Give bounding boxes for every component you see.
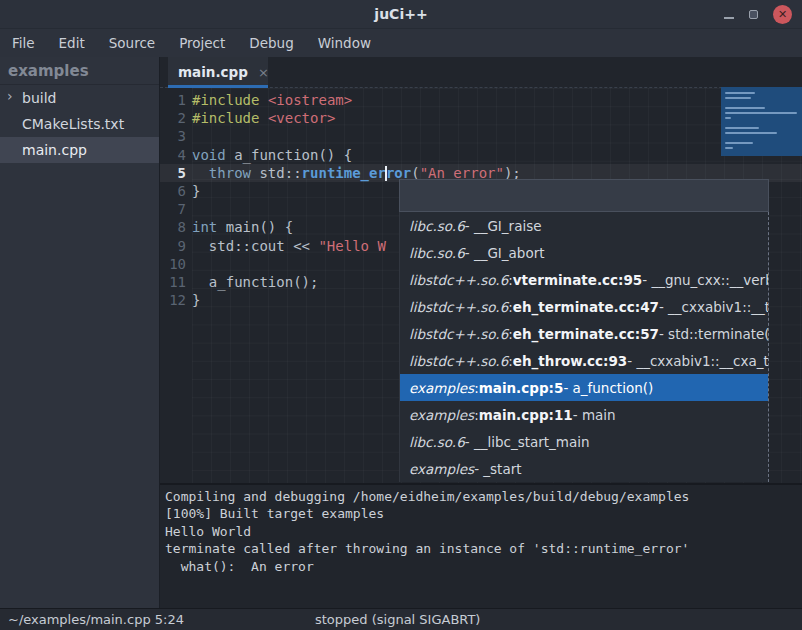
menu-item-edit[interactable]: Edit bbox=[59, 35, 85, 51]
frame-file-line: eh_terminate.cc:47 bbox=[513, 299, 659, 315]
close-icon[interactable]: ✕ bbox=[773, 5, 792, 24]
backtrace-row[interactable]: examples:main.cpp:11 - main bbox=[400, 401, 768, 428]
line-number: 3 bbox=[160, 127, 186, 145]
backtrace-search-input[interactable] bbox=[399, 179, 769, 212]
token-typ: runtime_er bbox=[302, 165, 386, 181]
frame-module: examples bbox=[409, 380, 474, 396]
tree-item-label: build bbox=[22, 90, 56, 106]
line-number: 8 bbox=[160, 218, 186, 236]
frame-function: - _start bbox=[474, 461, 521, 477]
debug-status: stopped (signal SIGABRT) bbox=[315, 612, 480, 627]
code-row-4[interactable]: 4void a_function() { bbox=[160, 146, 802, 164]
file-tree-sidebar: examples ›buildCMakeLists.txtmain.cpp bbox=[0, 57, 160, 608]
code-text: std::cout << "Hello W bbox=[192, 237, 386, 255]
line-number: 2 bbox=[160, 109, 186, 127]
backtrace-list: libc.so.6 - __GI_raiselibc.so.6 - __GI_a… bbox=[399, 212, 769, 482]
minimap-line bbox=[725, 147, 733, 149]
chevron-right-icon[interactable]: › bbox=[7, 88, 13, 104]
token-fg: a_function() { bbox=[226, 147, 352, 163]
frame-function: - std::terminate() bbox=[659, 326, 768, 342]
line-number: 4 bbox=[160, 146, 186, 164]
token-kw: int bbox=[192, 219, 217, 235]
frame-function: - a_function() bbox=[563, 380, 653, 396]
token-fg: } bbox=[192, 183, 200, 199]
backtrace-row[interactable]: libc.so.6 - __GI_raise bbox=[400, 212, 768, 239]
code-row-2[interactable]: 2#include <vector> bbox=[160, 109, 802, 127]
backtrace-row[interactable]: examples:main.cpp:5 - a_function() bbox=[400, 374, 768, 401]
tab-main-cpp[interactable]: main.cpp × bbox=[168, 57, 268, 87]
backtrace-row[interactable]: libstdc++.so.6:eh_terminate.cc:47 - __cx… bbox=[400, 293, 768, 320]
code-text: #include <vector> bbox=[192, 109, 335, 127]
frame-function: - __libc_start_main bbox=[465, 434, 590, 450]
frame-module: examples bbox=[409, 407, 474, 423]
frame-module: libstdc++.so.6 bbox=[409, 272, 508, 288]
tabbar: main.cpp × bbox=[160, 57, 802, 88]
code-row-1[interactable]: 1#include <iostream> bbox=[160, 91, 802, 109]
code-text: #include <iostream> bbox=[192, 91, 352, 109]
frame-file-line: main.cpp:5 bbox=[479, 380, 564, 396]
token-inc: <vector> bbox=[268, 110, 335, 126]
cursor-location: ~/examples/main.cpp 5:24 bbox=[8, 612, 184, 627]
terminal-line: Compiling and debugging /home/eidheim/ex… bbox=[165, 488, 802, 505]
line-number: 9 bbox=[160, 237, 186, 255]
restore-icon[interactable] bbox=[749, 10, 758, 19]
tab-label: main.cpp bbox=[178, 64, 248, 80]
frame-function: - __cxxabiv1::__cxa_thro bbox=[627, 353, 768, 369]
backtrace-row[interactable]: libstdc++.so.6:eh_throw.cc:93 - __cxxabi… bbox=[400, 347, 768, 374]
backtrace-row[interactable]: libc.so.6 - __GI_abort bbox=[400, 239, 768, 266]
juci-window: juCi++ ✕ FileEditSourceProjectDebugWindo… bbox=[0, 0, 802, 630]
backtrace-row[interactable]: libstdc++.so.6:eh_terminate.cc:57 - std:… bbox=[400, 320, 768, 347]
token-pp: #include bbox=[192, 92, 259, 108]
line-number: 10 bbox=[160, 255, 186, 273]
backtrace-row[interactable]: libstdc++.so.6:vterminate.cc:95 - __gnu_… bbox=[400, 266, 768, 293]
minimize-icon[interactable] bbox=[724, 17, 734, 19]
backtrace-row[interactable]: examples - _start bbox=[400, 455, 768, 482]
minimap-line bbox=[725, 92, 755, 94]
code-text: } bbox=[192, 182, 200, 200]
project-name-header: examples bbox=[0, 57, 159, 85]
terminal-output[interactable]: Compiling and debugging /home/eidheim/ex… bbox=[160, 483, 802, 608]
tab-close-icon[interactable]: × bbox=[258, 65, 269, 80]
menu-item-debug[interactable]: Debug bbox=[249, 35, 293, 51]
tree-item-label: CMakeLists.txt bbox=[22, 116, 124, 132]
tree-item-build[interactable]: ›build bbox=[0, 85, 159, 111]
tree-item-cmakelists-txt[interactable]: CMakeLists.txt bbox=[0, 111, 159, 137]
token-pp: #include bbox=[192, 110, 259, 126]
frame-function: - __cxxabiv1::__tern bbox=[659, 299, 768, 315]
terminal-line: what(): An error bbox=[165, 558, 802, 575]
code-text: void a_function() { bbox=[192, 146, 352, 164]
frame-file-line: vterminate.cc:95 bbox=[513, 272, 642, 288]
minimap-line bbox=[725, 107, 765, 109]
menu-item-source[interactable]: Source bbox=[109, 35, 155, 51]
line-number: 12 bbox=[160, 291, 186, 309]
statusbar: ~/examples/main.cpp 5:24 stopped (signal… bbox=[0, 608, 802, 630]
menu-item-file[interactable]: File bbox=[12, 35, 35, 51]
frame-file-line: eh_throw.cc:93 bbox=[513, 353, 627, 369]
terminal-line: terminate called after throwing an insta… bbox=[165, 540, 802, 557]
terminal-line: Hello World bbox=[165, 523, 802, 540]
frame-function: - __gnu_cxx::__verbos bbox=[642, 272, 768, 288]
token-fg: std:: bbox=[251, 165, 302, 181]
document-overview-minimap[interactable] bbox=[721, 87, 802, 156]
minimap-line bbox=[725, 97, 751, 99]
token-fg bbox=[259, 92, 267, 108]
menubar: FileEditSourceProjectDebugWindow bbox=[0, 29, 802, 57]
menu-item-window[interactable]: Window bbox=[318, 35, 371, 51]
minimap-line bbox=[725, 112, 797, 114]
backtrace-row[interactable]: libc.so.6 - __libc_start_main bbox=[400, 428, 768, 455]
menu-item-project[interactable]: Project bbox=[179, 35, 225, 51]
token-str: "Hello W bbox=[318, 238, 385, 254]
token-kw: void bbox=[192, 147, 226, 163]
frame-module: libc.so.6 bbox=[409, 245, 465, 261]
titlebar[interactable]: juCi++ ✕ bbox=[0, 0, 802, 29]
line-number: 5 bbox=[160, 164, 186, 182]
minimap-line bbox=[725, 132, 777, 134]
token-kw: throw bbox=[209, 165, 251, 181]
code-row-3[interactable]: 3 bbox=[160, 127, 802, 145]
frame-module: libstdc++.so.6 bbox=[409, 299, 508, 315]
tree-item-main-cpp[interactable]: main.cpp bbox=[0, 137, 159, 163]
minimap-line bbox=[725, 117, 731, 119]
frame-module: libstdc++.so.6 bbox=[409, 353, 508, 369]
line-number: 1 bbox=[160, 91, 186, 109]
line-number: 11 bbox=[160, 273, 186, 291]
